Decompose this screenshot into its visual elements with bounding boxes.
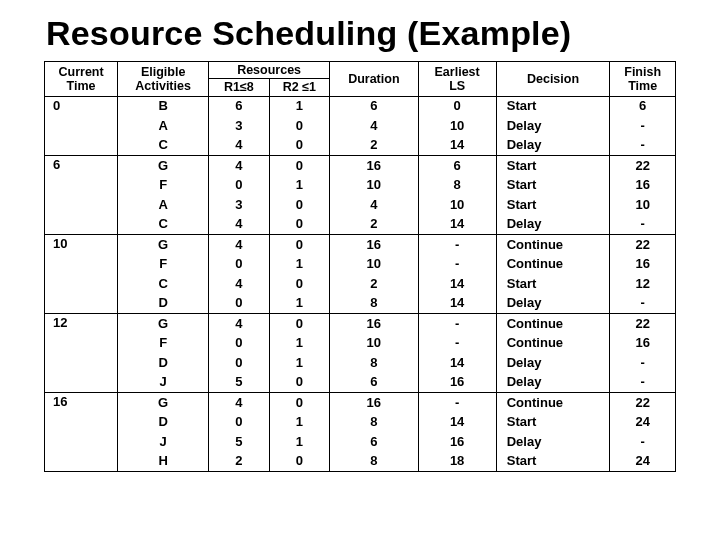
- activity-cell: J: [118, 373, 209, 393]
- duration-cell: 8: [330, 413, 418, 433]
- r2-cell: 0: [269, 136, 330, 156]
- time-cell: 16: [45, 393, 118, 472]
- r2-cell: 0: [269, 373, 330, 393]
- r1-cell: 0: [209, 255, 270, 275]
- r2-cell: 0: [269, 215, 330, 235]
- ls-cell: 8: [418, 176, 496, 196]
- finish-cell: 24: [610, 452, 676, 472]
- decision-cell: Start: [496, 413, 610, 433]
- r1-cell: 4: [209, 393, 270, 413]
- r1-cell: 4: [209, 314, 270, 334]
- r2-cell: 0: [269, 452, 330, 472]
- decision-cell: Delay: [496, 136, 610, 156]
- duration-cell: 16: [330, 393, 418, 413]
- col-r2: R2 ≤1: [269, 79, 330, 96]
- activity-cell: F: [118, 176, 209, 196]
- r1-cell: 4: [209, 274, 270, 294]
- decision-cell: Continue: [496, 235, 610, 255]
- r1-cell: 0: [209, 334, 270, 354]
- activity-cell: C: [118, 136, 209, 156]
- table-row: F0110-Continue16: [45, 255, 676, 275]
- duration-cell: 16: [330, 314, 418, 334]
- duration-cell: 2: [330, 215, 418, 235]
- r1-cell: 3: [209, 116, 270, 136]
- r1-cell: 0: [209, 353, 270, 373]
- finish-cell: 16: [610, 334, 676, 354]
- r1-cell: 4: [209, 215, 270, 235]
- finish-cell: 16: [610, 255, 676, 275]
- finish-cell: 22: [610, 156, 676, 176]
- decision-cell: Delay: [496, 353, 610, 373]
- finish-cell: -: [610, 432, 676, 452]
- finish-cell: -: [610, 294, 676, 314]
- ls-cell: 16: [418, 373, 496, 393]
- r2-cell: 1: [269, 176, 330, 196]
- finish-cell: -: [610, 215, 676, 235]
- ls-cell: 14: [418, 413, 496, 433]
- table-row: D01814Delay-: [45, 353, 676, 373]
- activity-cell: F: [118, 334, 209, 354]
- r2-cell: 0: [269, 393, 330, 413]
- decision-cell: Delay: [496, 373, 610, 393]
- finish-cell: -: [610, 116, 676, 136]
- table-row: D01814Start24: [45, 413, 676, 433]
- duration-cell: 4: [330, 195, 418, 215]
- activity-cell: A: [118, 116, 209, 136]
- table-row: F01108Start16: [45, 176, 676, 196]
- finish-cell: 12: [610, 274, 676, 294]
- duration-cell: 16: [330, 235, 418, 255]
- page-title: Resource Scheduling (Example): [46, 14, 676, 53]
- ls-cell: -: [418, 255, 496, 275]
- col-current-time: CurrentTime: [45, 62, 118, 97]
- col-decision: Decision: [496, 62, 610, 97]
- decision-cell: Continue: [496, 334, 610, 354]
- activity-cell: C: [118, 215, 209, 235]
- decision-cell: Continue: [496, 314, 610, 334]
- col-finish-time: FinishTime: [610, 62, 676, 97]
- decision-cell: Start: [496, 452, 610, 472]
- table-row: F0110-Continue16: [45, 334, 676, 354]
- duration-cell: 6: [330, 432, 418, 452]
- finish-cell: -: [610, 353, 676, 373]
- r1-cell: 6: [209, 96, 270, 116]
- r2-cell: 1: [269, 413, 330, 433]
- r2-cell: 1: [269, 334, 330, 354]
- finish-cell: 16: [610, 176, 676, 196]
- time-cell: 10: [45, 235, 118, 314]
- r2-cell: 0: [269, 195, 330, 215]
- r1-cell: 4: [209, 136, 270, 156]
- duration-cell: 4: [330, 116, 418, 136]
- schedule-table: CurrentTime EligibleActivities Resources…: [44, 61, 676, 472]
- table-row: J51616Delay-: [45, 432, 676, 452]
- activity-cell: F: [118, 255, 209, 275]
- activity-cell: J: [118, 432, 209, 452]
- ls-cell: -: [418, 314, 496, 334]
- table-row: D01814Delay-: [45, 294, 676, 314]
- ls-cell: 14: [418, 294, 496, 314]
- ls-cell: -: [418, 393, 496, 413]
- r2-cell: 0: [269, 235, 330, 255]
- finish-cell: 10: [610, 195, 676, 215]
- r1-cell: 5: [209, 432, 270, 452]
- r1-cell: 0: [209, 176, 270, 196]
- decision-cell: Continue: [496, 255, 610, 275]
- ls-cell: 16: [418, 432, 496, 452]
- table-row: J50616Delay-: [45, 373, 676, 393]
- r1-cell: 3: [209, 195, 270, 215]
- decision-cell: Start: [496, 176, 610, 196]
- ls-cell: 14: [418, 215, 496, 235]
- duration-cell: 8: [330, 353, 418, 373]
- r2-cell: 1: [269, 432, 330, 452]
- time-cell: 12: [45, 314, 118, 393]
- col-eligible-activities: EligibleActivities: [118, 62, 209, 97]
- activity-cell: G: [118, 393, 209, 413]
- table-row: C40214Delay-: [45, 136, 676, 156]
- decision-cell: Start: [496, 274, 610, 294]
- finish-cell: 22: [610, 235, 676, 255]
- col-duration: Duration: [330, 62, 418, 97]
- ls-cell: 0: [418, 96, 496, 116]
- decision-cell: Delay: [496, 294, 610, 314]
- r2-cell: 0: [269, 156, 330, 176]
- duration-cell: 8: [330, 452, 418, 472]
- r2-cell: 0: [269, 274, 330, 294]
